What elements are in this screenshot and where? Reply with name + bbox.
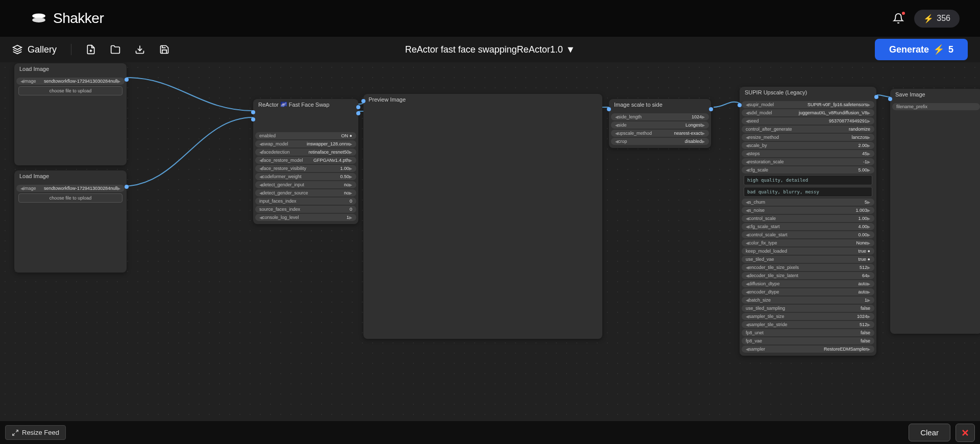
- param-control-scale-start[interactable]: ◀control_scale_start0.00▶: [742, 231, 874, 238]
- param-scale-by[interactable]: ◀scale_by2.00▶: [742, 142, 874, 149]
- param-face-restore-model[interactable]: ◀face_restore_modelGFPGANv1.4.pth▶: [255, 157, 356, 164]
- param-input-faces-index[interactable]: input_faces_index0: [255, 198, 356, 205]
- param-sampler-tile-size[interactable]: ◀sampler_tile_size1024▶: [742, 313, 874, 320]
- param-cfg-scale-start[interactable]: ◀cfg_scale_start4.00▶: [742, 223, 874, 230]
- gallery-button[interactable]: Gallery: [12, 44, 57, 55]
- arrow-right-icon[interactable]: ▶: [867, 216, 870, 221]
- resize-feed-button[interactable]: Resize Feed: [5, 425, 66, 440]
- param-batch-size[interactable]: ◀batch_size1▶: [742, 297, 874, 304]
- param-upscale-method[interactable]: ◀upscale_methodnearest-exact▶: [611, 130, 709, 137]
- arrow-right-icon[interactable]: ▶: [867, 314, 870, 319]
- arrow-right-icon[interactable]: ▶: [117, 186, 120, 191]
- generate-button[interactable]: Generate ⚡ 5: [875, 39, 968, 60]
- open-folder-button[interactable]: [110, 44, 120, 55]
- param-side-length[interactable]: ◀side_length1024▶: [611, 113, 709, 120]
- param-detect-gender-source[interactable]: ◀detect_gender_sourceno▶: [255, 189, 356, 196]
- param-steps[interactable]: ◀steps45▶: [742, 150, 874, 157]
- param-restoration-scale[interactable]: ◀restoration_scale-1▶: [742, 158, 874, 165]
- clear-button[interactable]: Clear: [909, 424, 950, 441]
- arrow-right-icon[interactable]: ▶: [867, 274, 870, 278]
- arrow-right-icon[interactable]: ▶: [349, 166, 352, 171]
- arrow-right-icon[interactable]: ▶: [702, 131, 705, 136]
- arrow-right-icon[interactable]: ▶: [117, 79, 120, 84]
- param-detect-gender-input[interactable]: ◀detect_gender_inputno▶: [255, 181, 356, 188]
- arrow-right-icon[interactable]: ▶: [867, 241, 870, 245]
- logo[interactable]: Shakker: [31, 10, 104, 27]
- upload-button[interactable]: choose file to upload: [18, 193, 122, 203]
- arrow-right-icon[interactable]: ▶: [867, 347, 870, 352]
- param-fp8-unet[interactable]: fp8_unetfalse: [742, 329, 874, 336]
- param-sdxl-model[interactable]: ◀sdxl_modeljuggernautXL_v8Rundiffusion_V…: [742, 109, 874, 116]
- arrow-right-icon[interactable]: ▶: [867, 265, 870, 270]
- param-diffusion-dtype[interactable]: ◀diffusion_dtypeauto▶: [742, 280, 874, 287]
- close-button[interactable]: [955, 424, 975, 442]
- param-keep-model-loaded[interactable]: keep_model_loadedtrue ●: [742, 248, 874, 255]
- param-codeformer-weight[interactable]: ◀codeformer_weight0.50▶: [255, 173, 356, 180]
- workflow-title-dropdown[interactable]: ReActor fast face swappingReActor1.0 ▼: [405, 44, 575, 55]
- output-port[interactable]: [356, 111, 360, 115]
- arrow-right-icon[interactable]: ▶: [867, 323, 870, 327]
- upload-button[interactable]: choose file to upload: [18, 86, 122, 95]
- notifications-button[interactable]: [893, 13, 904, 24]
- arrow-right-icon[interactable]: ▶: [867, 160, 870, 164]
- output-port[interactable]: [125, 78, 129, 82]
- arrow-right-icon[interactable]: ▶: [867, 111, 870, 115]
- input-port[interactable]: [888, 97, 892, 101]
- param-filename-prefix[interactable]: filename_prefix: [892, 103, 980, 110]
- param-encoder-tile-size-pixels[interactable]: ◀encoder_tile_size_pixels512▶: [742, 264, 874, 271]
- arrow-right-icon[interactable]: ▶: [867, 298, 870, 303]
- output-port[interactable]: [356, 105, 360, 109]
- param-encoder-dtype[interactable]: ◀encoder_dtypeauto▶: [742, 288, 874, 295]
- node-save-image[interactable]: Save Image filename_prefix: [890, 89, 980, 334]
- param-image[interactable]: ◀ image sendtoworkflow-1729413030284null…: [16, 185, 125, 192]
- arrow-right-icon[interactable]: ▶: [702, 139, 705, 144]
- param-crop[interactable]: ◀cropdisabled▶: [611, 138, 709, 145]
- arrow-right-icon[interactable]: ▶: [867, 200, 870, 205]
- param-cfg-scale[interactable]: ◀cfg_scale5.00▶: [742, 166, 874, 174]
- input-port[interactable]: [607, 107, 611, 111]
- input-port[interactable]: [251, 117, 255, 121]
- param-swap-model[interactable]: ◀swap_modelinswapper_128.onnx▶: [255, 140, 356, 147]
- node-reactor[interactable]: ReActor 🌌 Fast Face Swap enabledON ●◀swa…: [253, 99, 358, 224]
- arrow-right-icon[interactable]: ▶: [349, 175, 352, 179]
- param-color-fix-type[interactable]: ◀color_fix_typeNone▶: [742, 239, 874, 246]
- arrow-right-icon[interactable]: ▶: [867, 152, 870, 156]
- arrow-right-icon[interactable]: ▶: [867, 208, 870, 213]
- param-console-log-level[interactable]: ◀console_log_level1▶: [255, 214, 356, 221]
- arrow-right-icon[interactable]: ▶: [702, 115, 705, 119]
- param-seed[interactable]: ◀seed953708774949291▶: [742, 117, 874, 125]
- param-use-tiled-sampling[interactable]: use_tiled_samplingfalse: [742, 305, 874, 312]
- param-use-tiled-vae[interactable]: use_tiled_vaetrue ●: [742, 256, 874, 263]
- param-decoder-tile-size-latent[interactable]: ◀decoder_tile_size_latent64▶: [742, 272, 874, 279]
- input-port[interactable]: [738, 103, 742, 107]
- download-button[interactable]: [135, 44, 145, 55]
- arrow-right-icon[interactable]: ▶: [867, 290, 870, 294]
- arrow-right-icon[interactable]: ▶: [867, 225, 870, 229]
- input-port[interactable]: [251, 110, 255, 114]
- node-preview-image[interactable]: Preview Image: [363, 94, 602, 339]
- output-port[interactable]: [125, 185, 129, 189]
- param-s-noise[interactable]: ◀s_noise1.003▶: [742, 207, 874, 214]
- prompt-negative[interactable]: bad quality, blurry, messy: [744, 187, 872, 197]
- node-supir-upscale[interactable]: SUPIR Upscale (Legacy) ◀supir_modelSUPIR…: [740, 87, 876, 356]
- arrow-right-icon[interactable]: ▶: [702, 123, 705, 128]
- param-fp8-vae[interactable]: fp8_vaefalse: [742, 337, 874, 344]
- arrow-right-icon[interactable]: ▶: [349, 158, 352, 163]
- param-sampler[interactable]: ◀samplerRestoreEDMSampler▶: [742, 346, 874, 353]
- node-image-scale[interactable]: Image scale to side ◀side_length1024▶◀si…: [609, 99, 711, 148]
- save-button[interactable]: [159, 44, 169, 55]
- param-control-scale[interactable]: ◀control_scale1.00▶: [742, 215, 874, 222]
- new-file-button[interactable]: [86, 44, 96, 55]
- node-load-image-1[interactable]: Load Image ◀ image sendtoworkflow-172941…: [14, 63, 127, 165]
- param-control-after-generate[interactable]: control_after_generaterandomize: [742, 126, 874, 133]
- arrow-right-icon[interactable]: ▶: [349, 191, 352, 195]
- arrow-right-icon[interactable]: ▶: [349, 150, 352, 155]
- node-load-image-2[interactable]: Load Image ◀ image sendtoworkflow-172941…: [14, 170, 127, 273]
- output-port[interactable]: [709, 107, 713, 111]
- node-canvas[interactable]: Load Image ◀ image sendtoworkflow-172941…: [0, 62, 980, 444]
- input-port[interactable]: [361, 99, 365, 103]
- arrow-right-icon[interactable]: ▶: [867, 135, 870, 140]
- arrow-right-icon[interactable]: ▶: [349, 215, 352, 220]
- arrow-right-icon[interactable]: ▶: [867, 233, 870, 237]
- arrow-right-icon[interactable]: ▶: [349, 142, 352, 146]
